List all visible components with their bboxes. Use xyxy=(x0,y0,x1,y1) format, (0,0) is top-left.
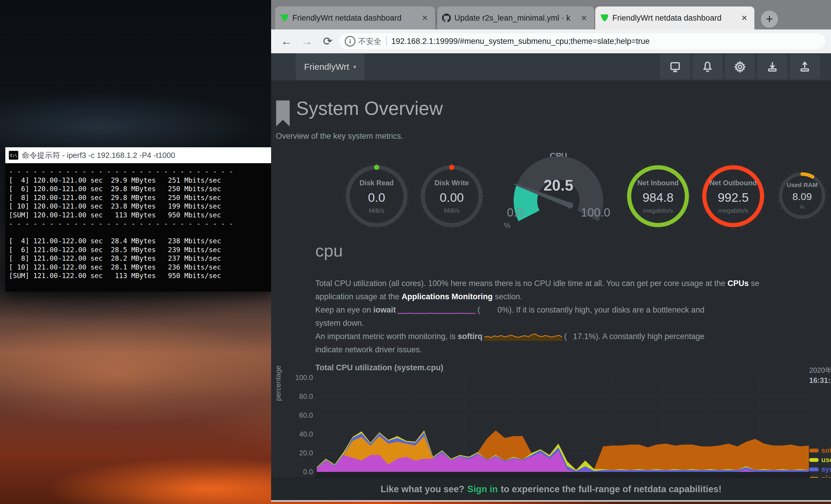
tab-close-icon[interactable]: ✕ xyxy=(739,13,750,23)
reload-button[interactable]: ⟳ xyxy=(319,33,336,50)
gauge-label: Disk Write xyxy=(418,179,486,187)
netdata-favicon xyxy=(280,13,289,22)
y-tick: 0.0 xyxy=(286,468,313,476)
host-dropdown[interactable]: FriendlyWrt ▾ xyxy=(296,53,365,81)
tab-label: Update r2s_lean_minimal.yml · k xyxy=(454,13,575,23)
url-text[interactable]: 192.168.2.1:19999/#menu_system_submenu_c… xyxy=(391,37,650,46)
applications-monitoring-link[interactable]: Applications Monitoring xyxy=(402,292,493,301)
gauge-label: Used RAM xyxy=(776,181,829,188)
host-name: FriendlyWrt xyxy=(304,62,349,72)
cpu-gauge-arc xyxy=(495,156,622,236)
screen: C:\ 命令提示符 - iperf3 -c 192.168.1.2 -P4 -t… xyxy=(0,0,831,504)
gauge-net-inbound[interactable]: Net Inbound 984.8 megabits/s xyxy=(624,162,692,230)
legend-item-nice[interactable]: nice xyxy=(809,475,831,478)
cpu-stacked-area-chart[interactable] xyxy=(317,378,809,472)
y-tick: 100.0 xyxy=(286,374,313,382)
gauge-max: 100.0 xyxy=(573,206,618,219)
forward-button[interactable]: → xyxy=(299,33,315,50)
gauge-value: 992.5 xyxy=(699,190,767,205)
cpu-description-line: Total CPU utilization (all cores). 100% … xyxy=(315,279,831,292)
legend-item-softirq[interactable]: softirq xyxy=(809,446,831,454)
y-tick: 60.0 xyxy=(286,411,313,419)
gauge-value: 0.0 xyxy=(343,190,410,205)
cmd-icon: C:\ xyxy=(9,151,18,160)
tab-label: FriendlyWrt netdata dashboard xyxy=(292,13,416,23)
gauge-value: 984.8 xyxy=(624,190,692,205)
bell-icon xyxy=(701,61,714,73)
gauge-used-ram[interactable]: Used RAM 8.09 % xyxy=(776,169,829,222)
netdata-favicon xyxy=(600,13,609,22)
gauge-disk-write[interactable]: Disk Write 0.00 MiB/s xyxy=(418,162,486,230)
gauge-unit: % xyxy=(504,221,510,230)
tab-netdata-2-active[interactable]: FriendlyWrt netdata dashboard ✕ xyxy=(595,6,754,29)
x-axis-strip xyxy=(315,472,810,478)
y-tick: 40.0 xyxy=(286,430,313,438)
terminal-output: - - - - - - - - - - - - - - - - - - - - … xyxy=(5,163,271,292)
terminal-title: 命令提示符 - iperf3 -c 192.168.1.2 -P4 -t1000 xyxy=(22,150,175,160)
alarms-button[interactable] xyxy=(692,55,722,79)
export-snapshot-button[interactable] xyxy=(757,55,787,79)
gauge-label: Net Outbound xyxy=(699,179,767,187)
chart-date: 2020年3 xyxy=(809,365,831,375)
legend-swatch xyxy=(809,449,819,452)
gauge-net-outbound[interactable]: Net Outbound 992.5 megabits/s xyxy=(699,162,767,230)
url-divider xyxy=(386,36,386,46)
tab-github[interactable]: Update r2s_lean_minimal.yml · k ✕ xyxy=(437,6,594,29)
iowait-percent: 0 xyxy=(480,305,502,315)
tab-netdata-1[interactable]: FriendlyWrt netdata dashboard ✕ xyxy=(275,6,435,29)
y-axis-label: percentage xyxy=(274,365,282,401)
github-favicon xyxy=(442,13,451,22)
gauge-unit: MiB/s xyxy=(343,207,410,214)
cpu-description-line: system down. xyxy=(315,319,831,332)
import-snapshot-button[interactable] xyxy=(790,55,820,79)
address-bar[interactable]: i 不安全 192.168.2.1:19999/#menu_system_sub… xyxy=(339,33,825,49)
chart-time: 16:31:2 xyxy=(809,376,831,385)
window-bottom-edge xyxy=(271,500,831,502)
gauge-disk-read[interactable]: Disk Read 0.0 MiB/s xyxy=(343,162,410,230)
terminal-window: C:\ 命令提示符 - iperf3 -c 192.168.1.2 -P4 -t… xyxy=(5,147,271,292)
gear-icon xyxy=(734,61,746,73)
gauge-value: 20.5 xyxy=(495,176,622,194)
gauge-unit: megabits/s xyxy=(624,207,692,214)
gauge-value: 0.00 xyxy=(418,190,486,205)
iowait-sparkline xyxy=(398,305,476,314)
signin-bar: Like what you see? Sign in to experience… xyxy=(271,478,831,501)
softirq-sparkline xyxy=(484,332,562,341)
gauge-cpu[interactable]: CPU 20.5 0.0 100.0 % xyxy=(495,148,622,236)
chevron-down-icon: ▾ xyxy=(353,63,356,70)
bookmark-icon xyxy=(276,100,290,128)
cpus-link[interactable]: CPUs xyxy=(727,279,749,288)
gauge-label: Disk Read xyxy=(343,179,410,187)
tab-strip: FriendlyWrt netdata dashboard ✕ Update r… xyxy=(271,0,831,29)
cpu-description-line: indicate network driver issues. xyxy=(315,345,831,358)
browser-window: FriendlyWrt netdata dashboard ✕ Update r… xyxy=(271,0,831,502)
legend-swatch xyxy=(809,458,819,462)
cpu-description-line: Keep an eye on iowait(0%). If it is cons… xyxy=(315,305,831,319)
monitor-icon xyxy=(669,61,681,73)
page-subtitle: Overview of the key system metrics. xyxy=(276,132,403,141)
netdata-navbar: FriendlyWrt ▾ xyxy=(271,53,831,81)
tab-close-icon[interactable]: ✕ xyxy=(579,13,590,23)
y-tick: 20.0 xyxy=(286,449,313,457)
gauge-min: 0.0 xyxy=(500,206,530,219)
gauge-unit: megabits/s xyxy=(699,207,767,214)
download-icon xyxy=(766,61,778,73)
chart-title: Total CPU utilization (system.cpu) xyxy=(315,363,443,372)
gauge-unit: MiB/s xyxy=(418,207,486,214)
back-button[interactable]: ← xyxy=(278,33,295,50)
legend-swatch xyxy=(809,468,819,471)
section-heading-cpu: cpu xyxy=(315,241,343,260)
upload-icon xyxy=(799,61,811,73)
print-dashboard-button[interactable] xyxy=(660,55,690,79)
sign-in-link[interactable]: Sign in xyxy=(467,484,498,495)
legend-item-user[interactable]: user xyxy=(809,456,831,464)
terminal-titlebar[interactable]: C:\ 命令提示符 - iperf3 -c 192.168.1.2 -P4 -t… xyxy=(5,147,271,163)
y-tick: 80.0 xyxy=(286,392,313,401)
netdata-page: FriendlyWrt ▾ xyxy=(271,53,831,478)
legend-item-system[interactable]: system xyxy=(809,465,831,473)
settings-button[interactable] xyxy=(725,55,755,79)
tab-close-icon[interactable]: ✕ xyxy=(420,13,430,23)
info-icon[interactable]: i xyxy=(345,36,355,47)
cpu-description-line: application usage at the Applications Mo… xyxy=(315,292,831,305)
new-tab-button[interactable]: + xyxy=(761,10,778,28)
